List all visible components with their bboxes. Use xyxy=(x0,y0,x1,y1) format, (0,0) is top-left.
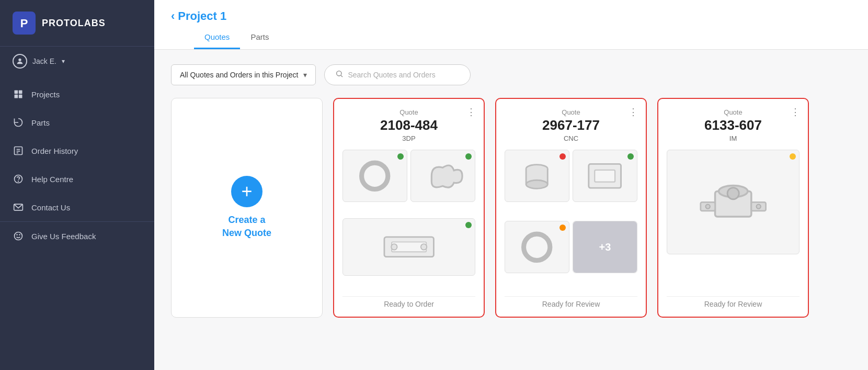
svg-point-31 xyxy=(524,234,550,260)
create-quote-card[interactable]: + Create aNew Quote xyxy=(171,98,323,318)
search-placeholder-text: Search Quotes and Orders xyxy=(348,71,435,79)
svg-rect-30 xyxy=(595,170,615,182)
card-number-2: 2967-177 xyxy=(505,117,637,133)
svg-rect-4 xyxy=(19,91,22,94)
protolabs-logo-icon: P xyxy=(13,12,36,35)
quotes-filter-dropdown[interactable]: All Quotes and Orders in this Project ▾ xyxy=(171,64,316,85)
card-status-1: Ready to Order xyxy=(342,296,475,308)
main-navigation: Projects Parts Order History xyxy=(0,76,154,370)
sidebar-item-help-centre[interactable]: Help Centre xyxy=(0,165,154,193)
svg-point-12 xyxy=(18,181,19,182)
card-subtitle-3: Quote xyxy=(667,108,800,116)
card-subtitle-1: Quote xyxy=(342,108,475,116)
projects-label: Projects xyxy=(31,90,60,99)
svg-point-2 xyxy=(18,59,21,61)
order-history-label: Order History xyxy=(31,147,78,155)
sidebar-item-give-feedback[interactable]: Give Us Feedback xyxy=(0,221,154,247)
card-menu-button-1[interactable]: ⋮ xyxy=(466,106,476,118)
part-thumb-3-1 xyxy=(667,150,800,254)
svg-point-23 xyxy=(421,244,427,250)
svg-rect-5 xyxy=(15,95,18,98)
svg-point-38 xyxy=(756,204,760,208)
page-content: All Quotes and Orders in this Project ▾ … xyxy=(154,50,868,370)
back-arrow-icon: ‹ xyxy=(171,9,175,23)
logo-text: PROTOLABS xyxy=(42,18,106,29)
more-parts-badge: +3 xyxy=(573,221,637,273)
quote-card-6133-607: ⋮ Quote 6133-607 IM xyxy=(657,98,809,318)
tab-quotes[interactable]: Quotes xyxy=(194,27,240,49)
parts-icon xyxy=(13,117,24,128)
quote-card-2967-177: ⋮ Quote 2967-177 CNC xyxy=(495,98,647,318)
page-header: ‹ Project 1 Quotes Parts xyxy=(154,0,868,50)
svg-point-19 xyxy=(362,163,388,189)
part-thumb-2-3 xyxy=(505,221,569,273)
status-dot-green-3 xyxy=(465,222,472,228)
status-dot-yellow xyxy=(790,153,796,160)
help-centre-label: Help Centre xyxy=(31,175,73,184)
status-dot-red xyxy=(559,153,566,160)
part-thumb-1-2 xyxy=(410,150,475,202)
filter-dropdown-text: All Quotes and Orders in this Project xyxy=(180,70,298,80)
sidebar-item-order-history[interactable]: Order History xyxy=(0,137,154,165)
sidebar-item-parts[interactable]: Parts xyxy=(0,108,154,137)
sidebar: P PROTOLABS Jack E. ▾ Projects xyxy=(0,0,154,370)
create-quote-plus-icon: + xyxy=(231,176,262,207)
contact-us-label: Contact Us xyxy=(31,203,70,212)
card-number-1: 2108-484 xyxy=(342,117,475,133)
sidebar-item-projects[interactable]: Projects xyxy=(0,80,154,108)
status-dot-green-2 xyxy=(465,153,472,160)
status-dot-green-4 xyxy=(627,153,634,160)
projects-icon xyxy=(13,88,24,100)
order-history-icon xyxy=(13,145,24,156)
dropdown-arrow-icon: ▾ xyxy=(303,71,307,79)
give-feedback-icon xyxy=(13,230,24,242)
card-menu-button-2[interactable]: ⋮ xyxy=(629,106,638,118)
contact-us-icon xyxy=(13,201,24,213)
give-feedback-label: Give Us Feedback xyxy=(31,232,96,241)
sidebar-item-contact-us[interactable]: Contact Us xyxy=(0,193,154,221)
svg-line-18 xyxy=(341,75,343,77)
card-subtitle-2: Quote xyxy=(505,108,637,116)
card-menu-button-3[interactable]: ⋮ xyxy=(791,106,801,118)
card-number-3: 6133-607 xyxy=(667,117,800,133)
card-status-2: Ready for Review xyxy=(505,296,637,308)
card-status-3: Ready for Review xyxy=(667,296,800,308)
part-thumb-2-2 xyxy=(573,150,637,202)
card-type-3: IM xyxy=(667,134,800,142)
back-button[interactable]: ‹ Project 1 xyxy=(171,9,226,23)
tab-parts[interactable]: Parts xyxy=(240,27,279,49)
svg-point-14 xyxy=(15,232,22,240)
part-thumb-1-3 xyxy=(342,218,475,276)
svg-text:P: P xyxy=(20,17,28,30)
user-chevron-icon: ▾ xyxy=(62,58,65,65)
logo: P PROTOLABS xyxy=(0,0,154,46)
header-tabs: Quotes Parts xyxy=(194,27,851,49)
main-content: ‹ Project 1 Quotes Parts All Quotes and … xyxy=(154,0,868,370)
search-icon xyxy=(335,70,344,80)
status-dot-green xyxy=(397,153,404,160)
filter-row: All Quotes and Orders in this Project ▾ … xyxy=(171,64,851,85)
user-name: Jack E. xyxy=(32,57,56,65)
status-dot-orange xyxy=(559,225,566,231)
svg-point-37 xyxy=(705,204,710,208)
user-avatar-icon xyxy=(13,54,27,69)
project-title: Project 1 xyxy=(178,9,226,23)
part-thumb-2-4: +3 xyxy=(573,221,637,273)
search-box[interactable]: Search Quotes and Orders xyxy=(324,64,471,85)
help-centre-icon xyxy=(13,173,24,185)
svg-point-26 xyxy=(526,180,547,188)
svg-rect-6 xyxy=(19,95,22,98)
part-thumb-1-1 xyxy=(342,150,407,202)
user-menu[interactable]: Jack E. ▾ xyxy=(0,46,154,76)
svg-point-17 xyxy=(337,71,341,76)
card-type-2: CNC xyxy=(505,134,637,142)
create-quote-label: Create aNew Quote xyxy=(222,214,271,240)
svg-point-34 xyxy=(727,187,739,199)
card-type-1: 3DP xyxy=(342,134,475,142)
quotes-cards-grid: + Create aNew Quote ⋮ Quote 2108-484 3DP xyxy=(171,98,851,318)
svg-point-22 xyxy=(391,244,397,250)
quote-card-2108-484: ⋮ Quote 2108-484 3DP xyxy=(333,98,485,318)
part-thumb-2-1 xyxy=(505,150,569,202)
parts-label: Parts xyxy=(31,118,50,127)
svg-rect-3 xyxy=(15,91,18,94)
